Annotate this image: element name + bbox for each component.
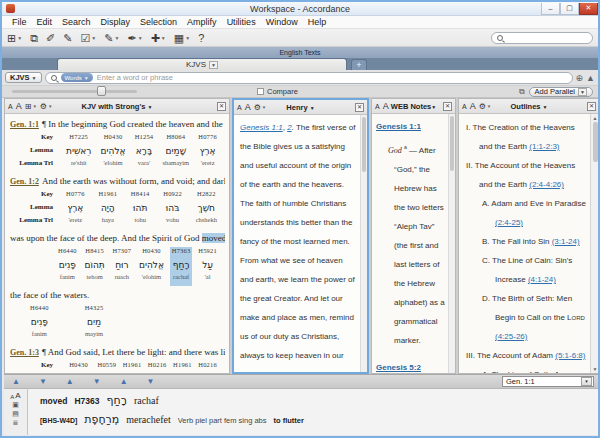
lemma-cell[interactable]: אֱלֹהִים (101, 146, 126, 159)
outline-reference-link[interactable]: (5:1-6:8) (555, 351, 585, 360)
interlinear-column[interactable]: H7225רֵאשִׁיתre'shit (64, 133, 93, 172)
menu-item-window[interactable]: Window (261, 17, 303, 27)
key-cell[interactable]: H1961 (173, 361, 192, 373)
close-pane-icon[interactable]: ✕ (355, 103, 364, 112)
key-cell[interactable]: H7307 (113, 247, 132, 260)
goto-verse-box[interactable]: Gen. 1:1 ▼ (502, 376, 594, 387)
menu-item-search[interactable]: Search (57, 17, 96, 27)
add-parallel-button[interactable]: Add Parallel ▼ (529, 87, 593, 97)
marker-pen-icon[interactable]: ✒▼ (127, 32, 142, 44)
outline-reference-link[interactable]: (4:25-26) (495, 332, 527, 341)
close-button[interactable]: ✕ (579, 3, 598, 15)
lemma-cell[interactable]: תְּהוֹם (84, 260, 104, 273)
trl-cell[interactable]: 'eretz (66, 216, 85, 229)
key-cell[interactable]: H0776 (66, 190, 85, 203)
lemma-cell[interactable]: שָׁמַיִם (162, 146, 189, 159)
slider-thumb[interactable] (97, 86, 106, 96)
display-grid-icon[interactable]: ⊞▼ (25, 102, 37, 111)
nav-up-icon[interactable]: ▲ (12, 377, 20, 387)
lemma-cell[interactable]: פָּנִים (30, 317, 49, 330)
lemma-cell[interactable]: אֶרֶץ (66, 203, 85, 216)
scrollbar[interactable] (360, 115, 367, 372)
interlinear-column[interactable]: H0776אֶרֶץ'eretz (64, 190, 87, 229)
verse-word[interactable]: And the earth was without form, and void… (42, 176, 225, 186)
highlighted-interlinear-column[interactable]: H7363רָחַףrachaf (170, 247, 193, 286)
nav-down-icon[interactable]: ▼ (93, 377, 101, 387)
lemma-cell[interactable]: הָיָה (98, 203, 117, 216)
lemma-cell[interactable]: חֹשֶׁךְ (196, 203, 217, 216)
interlinear-column[interactable]: H4325מַיִםmayim (83, 304, 106, 343)
key-cell[interactable]: H1961 (98, 190, 117, 203)
verse-word[interactable]: was upon the face of the deep. And the S… (10, 233, 202, 243)
menu-item-help[interactable]: Help (303, 17, 332, 27)
library-icon[interactable]: ⧉ (30, 32, 38, 44)
verse-reference-link[interactable]: Genesis 1:1 (240, 123, 283, 132)
scrollbar-thumb[interactable] (450, 116, 454, 171)
gear-icon[interactable]: ⚙▼ (254, 103, 267, 112)
lemma-cell[interactable]: רָחַף (172, 260, 191, 273)
trl-cell[interactable]: re'shit (66, 159, 91, 172)
interlinear-column[interactable]: H6440פָּנִיםfanim (56, 247, 79, 286)
key-cell[interactable]: H0776 (198, 133, 217, 146)
amplify-icon[interactable]: ✚▼ (151, 32, 166, 44)
export-icon[interactable]: ✐ (46, 32, 55, 44)
key-cell[interactable]: H8415 (84, 247, 104, 260)
interlinear-column[interactable]: H0559אָמַר (95, 361, 118, 373)
lemma-cell[interactable]: מַיִם (85, 317, 104, 330)
search-scope-pill[interactable]: Words ▼ (61, 73, 93, 82)
book-icon[interactable]: ▤ (12, 410, 19, 418)
interlinear-column[interactable]: H7307רוּחַruach (111, 247, 134, 286)
interlinear-column[interactable]: H5921עַל'al (196, 247, 219, 286)
text-larger-icon[interactable]: A (245, 103, 251, 112)
scrollbar[interactable] (448, 114, 455, 373)
close-pane-icon[interactable]: ✕ (443, 102, 452, 111)
menu-item-amplify[interactable]: Amplify (182, 17, 222, 27)
tab-kjvs[interactable]: KJVS ▼ (57, 58, 347, 70)
trl-cell[interactable]: chshekh (196, 216, 217, 229)
key-cell[interactable]: H8064 (162, 133, 189, 146)
nav-up-icon[interactable]: ▲ (120, 377, 128, 387)
parallel-panes-icon[interactable]: ▦▼ (174, 32, 190, 44)
nav-up-icon[interactable]: ▲ (66, 377, 74, 387)
trl-cell[interactable]: tehom (84, 273, 104, 286)
scrollbar-thumb[interactable] (593, 122, 598, 162)
key-cell[interactable]: H0430 (101, 133, 126, 146)
close-pane-icon[interactable]: ✕ (587, 102, 596, 111)
verse-reference-link[interactable]: Genesis 1:1 (376, 122, 421, 131)
text-larger-icon[interactable]: A (15, 391, 20, 400)
key-cell[interactable]: H6440 (30, 304, 49, 317)
trl-cell[interactable]: 'elohim (139, 273, 164, 286)
nav-down-icon[interactable]: ▼ (147, 377, 155, 387)
interlinear-column[interactable]: H0430אֱלֹהִים (64, 361, 93, 373)
gear-icon[interactable]: ⚙▼ (40, 102, 53, 111)
maximize-button[interactable]: ▢ (560, 3, 579, 15)
key-cell[interactable]: H1254 (135, 133, 154, 146)
key-cell[interactable]: H4325 (85, 304, 104, 317)
panel-icon[interactable]: ⧉ (519, 87, 525, 97)
interlinear-column[interactable]: H8415תְּהוֹםtehom (82, 247, 106, 286)
interlinear-column[interactable]: H1254בָּרָאvara' (133, 133, 156, 172)
outline-reference-link[interactable]: (3:1-24) (552, 237, 580, 246)
scrollbar-thumb[interactable] (362, 117, 366, 172)
trl-cell[interactable]: 'elohim (101, 159, 126, 172)
tab-dropdown-icon[interactable]: ▼ (209, 61, 218, 69)
key-cell[interactable]: H0216 (148, 361, 167, 373)
compare-checkbox[interactable] (257, 88, 264, 95)
module-select-button[interactable]: KJVS ▼ (5, 72, 42, 83)
lemma-cell[interactable]: פָּנִים (58, 260, 77, 273)
verse-reference[interactable]: Gen. 1:1 (10, 120, 39, 129)
key-cell[interactable]: H1961 (123, 361, 142, 373)
scrollbar[interactable]: ▲ ▼ (590, 114, 599, 373)
lemma-cell[interactable]: בֹּהוּ (163, 203, 182, 216)
lemma-cell[interactable]: אֶרֶץ (198, 146, 217, 159)
help-icon[interactable]: ? (198, 32, 204, 44)
verse-word[interactable]: And God said, Let there be light: and th… (48, 347, 225, 357)
interlinear-column[interactable]: H0430אֱלֹהִים'elohim (137, 247, 166, 286)
trl-cell[interactable]: vohu (163, 216, 182, 229)
add-search-item-icon[interactable]: ⊕ (576, 73, 584, 83)
text-smaller-icon[interactable]: A (462, 102, 467, 111)
trl-cell[interactable]: rachaf (172, 273, 191, 286)
close-pane-icon[interactable]: ✕ (217, 102, 226, 111)
trl-cell[interactable]: tohu (131, 216, 150, 229)
menu-item-file[interactable]: File (7, 17, 32, 27)
